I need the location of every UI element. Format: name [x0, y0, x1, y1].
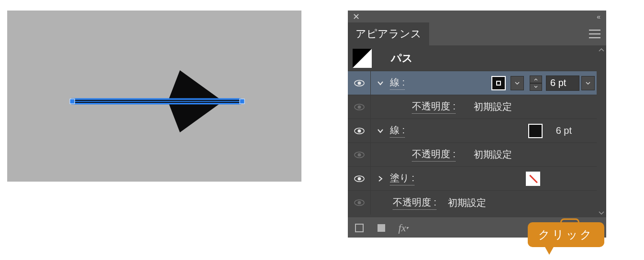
- new-fill-button[interactable]: [375, 221, 388, 235]
- swatch-inner-icon: [496, 81, 501, 86]
- visibility-toggle[interactable]: [348, 119, 371, 142]
- expand-toggle[interactable]: [371, 80, 390, 87]
- svg-point-7: [357, 153, 361, 156]
- svg-point-11: [357, 201, 361, 205]
- svg-rect-12: [355, 224, 363, 232]
- visibility-toggle[interactable]: [348, 191, 371, 215]
- opacity-label[interactable]: 不透明度 :: [412, 100, 455, 114]
- visibility-toggle[interactable]: [348, 167, 371, 190]
- fx-label: fx: [399, 222, 406, 234]
- chevron-down-icon: [515, 81, 520, 86]
- expand-toggle[interactable]: [371, 175, 390, 182]
- stepper-up[interactable]: [530, 76, 542, 83]
- opacity-row-3[interactable]: 不透明度 : 初期設定: [348, 191, 606, 215]
- weight-dropdown[interactable]: [581, 76, 595, 90]
- stroke-weight-value: 6 pt: [550, 77, 566, 88]
- stroke-weight-field[interactable]: 6 pt: [546, 76, 579, 91]
- chevron-down-icon: [534, 86, 538, 88]
- visibility-toggle[interactable]: [348, 143, 371, 166]
- selected-arrow-path[interactable]: [72, 97, 242, 106]
- eye-icon: [354, 77, 365, 89]
- panel-menu-button[interactable]: [589, 22, 600, 45]
- tab-label: アピアランス: [355, 27, 422, 41]
- appearance-panel: ✕ « アピアランス パス 線 :: [348, 11, 606, 238]
- add-effect-button[interactable]: fx▾: [397, 221, 410, 235]
- eye-icon: [354, 125, 365, 137]
- opacity-label[interactable]: 不透明度 :: [393, 196, 436, 210]
- scroll-up-icon: [599, 47, 604, 52]
- svg-rect-13: [378, 224, 385, 232]
- stroke-color-swatch[interactable]: [491, 76, 506, 90]
- callout-bubble: クリック: [528, 222, 604, 247]
- target-name: パス: [391, 51, 413, 65]
- stroke-label[interactable]: 線 :: [390, 76, 405, 90]
- eye-icon: [354, 173, 365, 184]
- close-icon[interactable]: ✕: [353, 11, 360, 22]
- fill-row[interactable]: 塗り :: [348, 167, 606, 191]
- chevron-down-icon: [586, 81, 590, 86]
- fill-color-swatch-none[interactable]: [526, 172, 540, 186]
- anchor-handle-right[interactable]: [240, 99, 245, 104]
- collapse-icon[interactable]: «: [597, 13, 601, 21]
- chevron-down-icon: [377, 128, 384, 134]
- color-dropdown[interactable]: [511, 76, 524, 90]
- canvas-artboard[interactable]: [7, 11, 301, 182]
- panel-topbar: ✕ «: [348, 11, 606, 22]
- svg-point-3: [357, 105, 361, 108]
- svg-point-5: [357, 129, 361, 132]
- fill-label[interactable]: 塗り :: [390, 172, 414, 185]
- stepper-down[interactable]: [530, 83, 542, 91]
- new-stroke-button[interactable]: [353, 221, 366, 235]
- scroll-down-icon: [599, 211, 604, 216]
- stroke-weight-stepper[interactable]: [530, 76, 542, 91]
- chevron-down-icon: [377, 80, 384, 87]
- opacity-row-2[interactable]: 不透明度 : 初期設定: [348, 143, 606, 167]
- stroke-row-2[interactable]: 線 : 6 pt: [348, 119, 606, 143]
- opacity-row-1[interactable]: 不透明度 : 初期設定: [348, 95, 606, 119]
- chevron-right-icon: [377, 175, 384, 182]
- eye-icon: [354, 197, 365, 208]
- path-center-line: [71, 101, 241, 102]
- panel-tabs: アピアランス: [348, 22, 606, 45]
- stroke-weight-value: 6 pt: [556, 125, 572, 136]
- object-thumbnail-icon: [353, 49, 372, 68]
- eye-icon: [354, 101, 365, 113]
- svg-point-1: [357, 81, 361, 85]
- eye-icon: [354, 149, 365, 161]
- tab-appearance[interactable]: アピアランス: [348, 22, 429, 45]
- callout-text: クリック: [538, 228, 594, 241]
- target-header-row: パス: [348, 45, 606, 71]
- visibility-toggle[interactable]: [348, 95, 371, 119]
- expand-toggle[interactable]: [371, 128, 390, 134]
- stroke-label[interactable]: 線 :: [390, 124, 405, 138]
- svg-point-9: [357, 177, 361, 180]
- opacity-value[interactable]: 初期設定: [448, 196, 486, 209]
- stroke-color-swatch[interactable]: [528, 124, 543, 138]
- chevron-up-icon: [534, 78, 538, 81]
- visibility-toggle[interactable]: [348, 71, 371, 95]
- scrollbar[interactable]: [597, 45, 606, 217]
- opacity-label[interactable]: 不透明度 :: [412, 148, 455, 162]
- opacity-value[interactable]: 初期設定: [474, 100, 512, 113]
- anchor-handle-left[interactable]: [70, 99, 75, 104]
- opacity-value[interactable]: 初期設定: [474, 148, 512, 161]
- stroke-row-1[interactable]: 線 : 6 pt: [348, 71, 606, 95]
- square-outline-icon: [355, 223, 364, 233]
- panel-body: パス 線 :: [348, 45, 606, 217]
- square-filled-icon: [377, 223, 386, 233]
